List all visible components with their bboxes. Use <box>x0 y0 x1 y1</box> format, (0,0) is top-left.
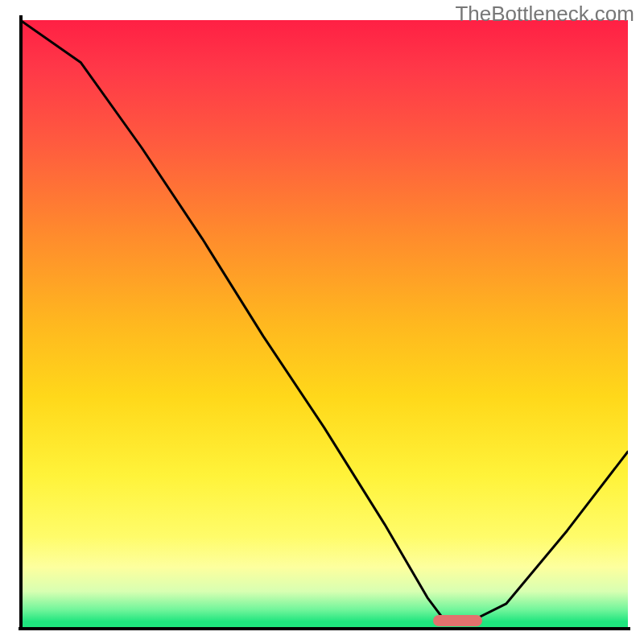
bottleneck-curve <box>20 20 628 628</box>
plot-area <box>20 20 628 628</box>
chart-container: TheBottleneck.com <box>0 0 644 644</box>
optimal-range-marker <box>433 615 481 626</box>
watermark-text: TheBottleneck.com <box>455 2 634 27</box>
